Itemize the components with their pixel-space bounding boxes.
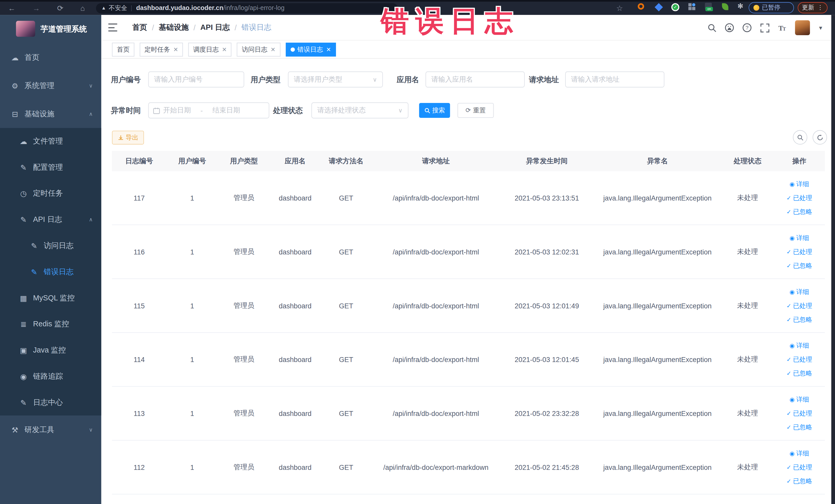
export-button[interactable]: 导出 xyxy=(112,131,144,144)
detail-link[interactable]: ◉详细 xyxy=(790,341,809,350)
question-icon[interactable]: ? xyxy=(742,23,752,32)
processed-link[interactable]: ✓已处理 xyxy=(787,247,812,256)
ignore-link[interactable]: ✓已忽略 xyxy=(787,477,812,485)
caret-down-icon[interactable]: ▼ xyxy=(818,25,823,31)
check-icon: ✓ xyxy=(787,302,791,309)
detail-link[interactable]: ◉详细 xyxy=(790,234,809,242)
github-icon[interactable] xyxy=(725,23,734,32)
main-content: 用户编号 请输入用户编号 用户类型 请选择用户类型∨ 应用名 请输入应用名 请求… xyxy=(101,59,831,504)
error-log-table: 日志编号 用户编号 用户类型 应用名 请求方法名 请求地址 异常发生时间 异常名… xyxy=(112,151,825,495)
user-type-select[interactable]: 请选择用户类型∨ xyxy=(288,72,383,87)
address-bar[interactable]: ▲ 不安全 dashboard.yudao.iocoder.cn/infra/l… xyxy=(96,3,398,13)
table-row: 115 1 管理员 dashboard GET /api/infra/db-do… xyxy=(112,279,825,333)
extension-icon-flower[interactable]: ✻ xyxy=(737,2,744,10)
paused-badge[interactable]: 已暂停 xyxy=(749,2,794,13)
detail-link[interactable]: ◉详细 xyxy=(790,287,809,296)
table-row: 112 1 管理员 dashboard GET /api/infra/db-do… xyxy=(112,441,825,495)
sidebar-item-mysql[interactable]: ▦MySQL 监控 xyxy=(0,285,101,311)
search-icon[interactable] xyxy=(707,23,717,32)
update-button[interactable]: 更新 ⋮ xyxy=(798,2,828,13)
detail-link[interactable]: ◉详细 xyxy=(790,180,809,188)
search-button[interactable]: 搜索 xyxy=(419,103,450,118)
processed-link[interactable]: ✓已处理 xyxy=(787,463,812,472)
tag-job-log[interactable]: 调度日志✕ xyxy=(188,43,232,57)
extension-icon-dark[interactable]: on xyxy=(705,3,712,9)
font-size-icon[interactable]: TT xyxy=(777,23,787,32)
bookmark-star-icon[interactable]: ☆ xyxy=(614,2,625,15)
processed-link[interactable]: ✓已处理 xyxy=(787,409,812,418)
extension-icon-grid[interactable] xyxy=(688,3,695,10)
date-range-picker[interactable]: 开始日期 - 结束日期 xyxy=(148,102,269,118)
extension-icon-green-check[interactable]: ✓ xyxy=(671,3,679,11)
check-icon: ✓ xyxy=(787,194,791,201)
hamburger-icon[interactable] xyxy=(108,23,117,31)
tag-error-log[interactable]: 错误日志✕ xyxy=(286,43,336,57)
sidebar-item-api-log[interactable]: ✎API 日志∧ xyxy=(0,206,101,233)
ignore-link[interactable]: ✓已忽略 xyxy=(787,261,812,270)
app-name-input[interactable]: 请输入应用名 xyxy=(426,72,525,87)
sidebar-item-trace[interactable]: ◉链路追踪 xyxy=(0,363,101,389)
processed-link[interactable]: ✓已处理 xyxy=(787,193,812,202)
check-icon: ✓ xyxy=(787,410,791,417)
paused-label: 已暂停 xyxy=(762,4,780,12)
toggle-search-button[interactable] xyxy=(793,130,807,144)
chevron-down-icon: ∨ xyxy=(89,427,93,432)
ignore-link[interactable]: ✓已忽略 xyxy=(787,315,812,324)
breadcrumb-home[interactable]: 首页 xyxy=(132,23,147,32)
reset-button[interactable]: ⟳ 重置 xyxy=(457,103,494,118)
breadcrumb-api-log[interactable]: API 日志 xyxy=(201,23,230,32)
chart-icon: ▦ xyxy=(19,294,28,302)
kebab-menu-icon[interactable]: ⋮ xyxy=(817,4,823,11)
processed-link[interactable]: ✓已处理 xyxy=(787,301,812,310)
close-icon[interactable]: ✕ xyxy=(222,46,227,53)
close-icon[interactable]: ✕ xyxy=(173,46,178,53)
processed-link[interactable]: ✓已处理 xyxy=(787,355,812,364)
sidebar-item-file[interactable]: ☁文件管理 xyxy=(0,128,101,154)
tag-job[interactable]: 定时任务✕ xyxy=(140,43,183,57)
log-edit-icon: ✎ xyxy=(30,241,38,250)
sidebar-item-error-log[interactable]: ✎错误日志 xyxy=(0,259,101,285)
detail-link[interactable]: ◉详细 xyxy=(790,395,809,404)
sidebar-item-infra[interactable]: ⊟基础设施∧ xyxy=(0,100,101,128)
end-date-placeholder: 结束日期 xyxy=(212,105,240,115)
emoji-icon xyxy=(753,5,759,11)
sidebar-item-redis[interactable]: ≣Redis 监控 xyxy=(0,311,101,337)
close-icon[interactable]: ✕ xyxy=(326,46,331,53)
extension-icon-blue[interactable] xyxy=(655,3,663,11)
sidebar-item-system[interactable]: ⚙系统管理∨ xyxy=(0,72,101,100)
back-icon[interactable]: ← xyxy=(6,2,17,15)
ignore-link[interactable]: ✓已忽略 xyxy=(787,207,812,216)
close-icon[interactable]: ✕ xyxy=(270,46,276,53)
sidebar-item-access-log[interactable]: ✎访问日志 xyxy=(0,233,101,259)
check-icon: ✓ xyxy=(787,248,791,255)
home-icon[interactable]: ⌂ xyxy=(77,2,88,15)
refresh-table-button[interactable] xyxy=(813,130,827,144)
browser-scrollbar[interactable] xyxy=(831,15,835,504)
reload-icon[interactable]: ⟳ xyxy=(55,2,66,15)
ignore-link[interactable]: ✓已忽略 xyxy=(787,369,812,378)
status-select[interactable]: 请选择处理状态∨ xyxy=(311,102,408,118)
tools-icon: ⚒ xyxy=(11,425,19,434)
tag-access-log[interactable]: 访问日志✕ xyxy=(237,43,280,57)
user-id-input[interactable]: 请输入用户编号 xyxy=(148,72,244,87)
edit-icon: ✎ xyxy=(19,163,28,172)
sidebar-item-devtools[interactable]: ⚒研发工具∨ xyxy=(0,416,101,444)
sidebar-item-home[interactable]: ☁首页 xyxy=(0,43,101,72)
ignore-link[interactable]: ✓已忽略 xyxy=(787,423,812,431)
sidebar: 芋道管理系统 ☁首页 ⚙系统管理∨ ⊟基础设施∧ ☁文件管理 ✎配置管理 ◷定时… xyxy=(0,15,101,504)
check-icon: ✓ xyxy=(787,316,791,323)
detail-link[interactable]: ◉详细 xyxy=(790,449,809,458)
logo[interactable]: 芋道管理系统 xyxy=(0,15,101,43)
breadcrumb-infra[interactable]: 基础设施 xyxy=(159,23,189,32)
sidebar-item-java[interactable]: ▣Java 监控 xyxy=(0,337,101,363)
avatar[interactable] xyxy=(795,20,810,35)
extension-icon-orange[interactable] xyxy=(638,3,644,9)
request-url-input[interactable]: 请输入请求地址 xyxy=(565,72,664,87)
fullscreen-icon[interactable] xyxy=(760,23,769,32)
tag-home[interactable]: 首页 xyxy=(112,43,134,57)
sidebar-item-config[interactable]: ✎配置管理 xyxy=(0,154,101,180)
extension-icon-leaf[interactable] xyxy=(722,3,729,10)
sidebar-item-log-center[interactable]: ✎日志中心 xyxy=(0,389,101,416)
forward-icon[interactable]: → xyxy=(31,2,42,15)
sidebar-item-job[interactable]: ◷定时任务 xyxy=(0,180,101,206)
